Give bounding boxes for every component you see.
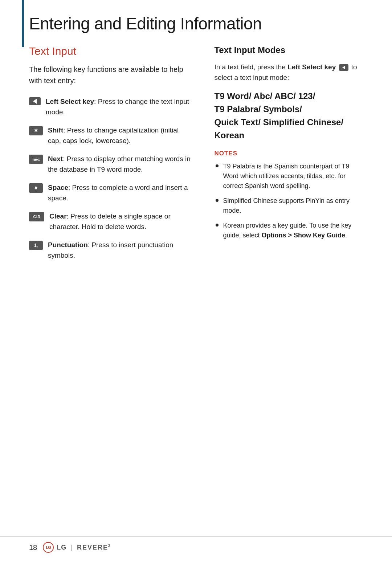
modes-heading: Text Input Modes (214, 45, 363, 55)
clear-key-icon: CLR (29, 212, 44, 221)
list-item: CLR Clear: Press to delete a single spac… (29, 211, 192, 232)
left-accent-bar (22, 0, 24, 47)
left-select-text: Left Select key: Press to change the tex… (46, 97, 192, 117)
bullet-icon (216, 199, 219, 202)
left-select-icon (29, 97, 41, 105)
revere-brand-text: REVERE3 (77, 543, 111, 551)
bullet-icon (216, 224, 219, 227)
list-item: Left Select key: Press to change the tex… (29, 97, 192, 117)
list-item: Shift: Press to change capitalization (i… (29, 125, 192, 146)
page-footer: 18 LG LG | REVERE3 (0, 537, 392, 553)
footer-logo: LG LG | REVERE3 (43, 542, 111, 553)
note-item: T9 Palabra is the Spanish counterpart of… (214, 162, 363, 191)
page-number: 18 (29, 543, 37, 552)
list-item: Space: Press to complete a word and inse… (29, 183, 192, 203)
punct-key-icon: 1, (29, 241, 43, 250)
left-select-arrow-icon (29, 97, 41, 105)
content-area: Text Input The following key functions a… (0, 45, 392, 269)
punct-text: Punctuation: Press to insert punctuation… (48, 240, 192, 261)
notes-label: NOTES (214, 150, 363, 157)
lg-brand-text: LG (57, 544, 66, 551)
shift-icon (29, 126, 43, 135)
next-key-icon: next (29, 155, 43, 164)
shift-text: Shift: Press to change capitalization (i… (48, 125, 192, 146)
page-container: Entering and Editing Information Text In… (0, 0, 392, 563)
punct-icon: 1, (29, 241, 43, 250)
list-item: 1, Punctuation: Press to insert punctuat… (29, 240, 192, 261)
intro-text: The following key functions are availabl… (29, 64, 192, 86)
modes-description: In a text field, press the Left Select k… (214, 62, 363, 83)
lg-logo-icon: LG (43, 542, 54, 553)
clear-text: Clear: Press to delete a single space or… (49, 211, 192, 232)
left-column: Text Input The following key functions a… (29, 45, 192, 269)
next-text: Next: Press to display other matching wo… (48, 154, 192, 175)
modes-desc-bold: Left Select key (287, 63, 336, 71)
note-item: Simplified Chinese supports PinYin as en… (214, 196, 363, 216)
modes-desc-part1: In a text field, press the (214, 63, 287, 71)
modes-list: T9 Word/ Abc/ ABC/ 123/ T9 Palabra/ Symb… (214, 90, 363, 142)
bullet-icon (216, 164, 219, 167)
notes-list: T9 Palabra is the Spanish counterpart of… (214, 162, 363, 240)
note-text: Simplified Chinese supports PinYin as en… (223, 196, 363, 216)
footer-separator: | (71, 544, 73, 551)
note-text: Korean provides a key guide. To use the … (223, 221, 363, 240)
note-text: T9 Palabra is the Spanish counterpart of… (223, 162, 363, 191)
note-item: Korean provides a key guide. To use the … (214, 221, 363, 240)
space-icon (29, 183, 43, 193)
inline-left-select-icon (339, 64, 348, 71)
text-input-heading: Text Input (29, 45, 192, 57)
list-item: next Next: Press to display other matchi… (29, 154, 192, 175)
key-functions-list: Left Select key: Press to change the tex… (29, 97, 192, 261)
shift-key-icon (29, 126, 43, 135)
next-icon: next (29, 155, 43, 164)
clear-icon: CLR (29, 212, 44, 221)
space-text: Space: Press to complete a word and inse… (48, 183, 192, 203)
revere-superscript: 3 (108, 543, 111, 548)
page-title: Entering and Editing Information (0, 0, 392, 45)
space-key-icon (29, 183, 43, 193)
right-column: Text Input Modes In a text field, press … (214, 45, 363, 269)
